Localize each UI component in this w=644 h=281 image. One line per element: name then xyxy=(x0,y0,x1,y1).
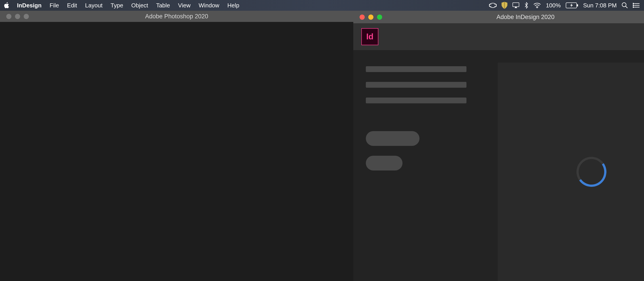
menu-help[interactable]: Help xyxy=(224,0,243,11)
indesign-titlebar[interactable]: Adobe InDesign 2020 xyxy=(353,11,644,23)
battery-percentage: 100% xyxy=(546,2,561,9)
photoshop-window[interactable]: Adobe Photoshop 2020 xyxy=(0,11,353,281)
creative-cloud-icon[interactable] xyxy=(489,3,497,8)
indesign-home-left-column xyxy=(366,63,466,281)
indesign-topbar: Id xyxy=(353,23,644,50)
spotlight-search-icon[interactable] xyxy=(622,2,628,9)
menu-object[interactable]: Object xyxy=(127,0,152,11)
loading-placeholder-line xyxy=(366,82,466,88)
menubar-clock[interactable]: Sun 7:08 PM xyxy=(583,2,617,9)
photoshop-titlebar[interactable]: Adobe Photoshop 2020 xyxy=(0,11,353,22)
menu-view[interactable]: View xyxy=(174,0,194,11)
control-center-icon[interactable] xyxy=(633,3,640,8)
apple-menu-icon[interactable] xyxy=(0,2,13,9)
battery-charging-icon[interactable] xyxy=(566,3,578,8)
shield-icon[interactable] xyxy=(502,2,507,9)
svg-line-7 xyxy=(626,6,628,8)
indesign-minimize-button[interactable] xyxy=(368,15,374,20)
photoshop-zoom-button[interactable] xyxy=(24,14,29,19)
menu-type[interactable]: Type xyxy=(107,0,127,11)
svg-point-9 xyxy=(633,3,634,4)
menu-table[interactable]: Table xyxy=(152,0,174,11)
photoshop-minimize-button[interactable] xyxy=(15,14,20,19)
desktop-area: Adobe Photoshop 2020 Adobe InDesign 2020… xyxy=(0,11,644,281)
indesign-logo-icon: Id xyxy=(361,28,378,45)
indesign-zoom-button[interactable] xyxy=(377,15,382,20)
loading-placeholder-button xyxy=(366,131,420,146)
svg-point-6 xyxy=(622,3,626,7)
photoshop-close-button[interactable] xyxy=(6,14,12,19)
svg-point-0 xyxy=(490,3,496,8)
loading-spinner-icon xyxy=(574,154,609,189)
svg-point-3 xyxy=(537,8,538,8)
indesign-home-preview-panel xyxy=(498,63,644,281)
photoshop-window-title: Adobe Photoshop 2020 xyxy=(145,13,208,20)
loading-placeholder-line xyxy=(366,98,466,103)
indesign-window-title: Adobe InDesign 2020 xyxy=(496,14,554,21)
photoshop-body xyxy=(0,22,353,281)
svg-point-13 xyxy=(633,7,634,8)
svg-rect-1 xyxy=(504,2,505,9)
menu-edit[interactable]: Edit xyxy=(63,0,81,11)
svg-rect-5 xyxy=(577,4,578,7)
airplay-icon[interactable] xyxy=(512,2,520,9)
wifi-icon[interactable] xyxy=(533,3,541,8)
indesign-close-button[interactable] xyxy=(360,15,365,20)
svg-rect-2 xyxy=(513,3,519,7)
loading-placeholder-line xyxy=(366,66,466,72)
menu-layout[interactable]: Layout xyxy=(81,0,107,11)
menu-file[interactable]: File xyxy=(46,0,63,11)
loading-placeholder-button xyxy=(366,156,402,170)
bluetooth-icon[interactable] xyxy=(524,2,528,9)
active-app-name[interactable]: InDesign xyxy=(13,2,46,9)
menu-window[interactable]: Window xyxy=(194,0,223,11)
svg-point-11 xyxy=(633,5,634,6)
indesign-window[interactable]: Adobe InDesign 2020 Id xyxy=(353,11,644,281)
indesign-home-body xyxy=(353,50,644,281)
macos-menubar: InDesign File Edit Layout Type Object Ta… xyxy=(0,0,644,11)
